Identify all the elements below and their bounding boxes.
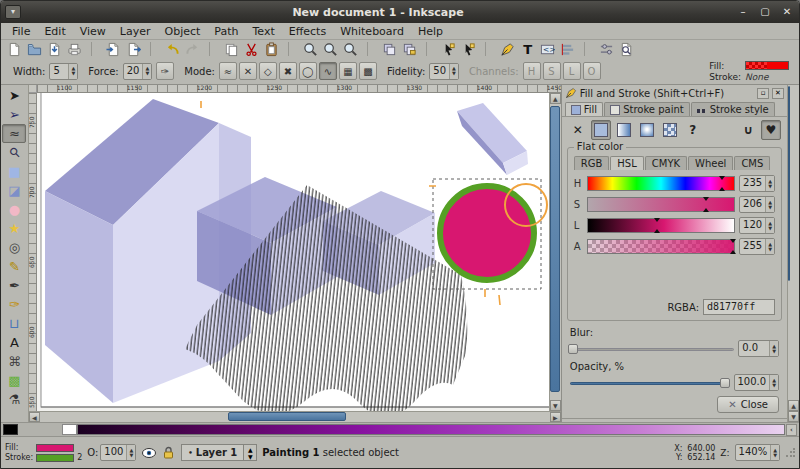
export-button[interactable]: [124, 40, 143, 58]
edit-clones-button[interactable]: [459, 40, 478, 58]
h-spinner[interactable]: 235▲▼: [739, 175, 775, 192]
horizontal-ruler[interactable]: 11001150120012501300135014001450: [37, 85, 561, 93]
palette-scroll-button[interactable]: ‹: [786, 424, 797, 436]
box3d-tool-button[interactable]: ◪: [2, 181, 26, 200]
panel-float-button[interactable]: ▫: [757, 88, 769, 99]
h-slider[interactable]: [587, 176, 735, 191]
scroll-down-button[interactable]: ▼: [550, 400, 561, 411]
ellipse-tool-button[interactable]: ●: [2, 200, 26, 219]
align-dialog-button[interactable]: [558, 40, 577, 58]
pencil-tool-button[interactable]: ✎: [2, 257, 26, 276]
opacity-spinner[interactable]: 100.0▲▼: [734, 374, 780, 391]
text-tool-button[interactable]: A: [2, 333, 26, 352]
menu-view[interactable]: View: [73, 25, 113, 38]
opacity-slider[interactable]: [570, 377, 730, 389]
gradient-tool-button[interactable]: ▩: [2, 371, 26, 390]
paste-button[interactable]: [262, 40, 281, 58]
no-paint-button[interactable]: ✕: [568, 120, 588, 140]
radial-gradient-button[interactable]: [637, 120, 657, 140]
s-slider[interactable]: [587, 197, 735, 212]
s-spinner[interactable]: 206▲▼: [739, 196, 775, 213]
layer-updown-button[interactable]: ▲▼: [244, 444, 257, 461]
paint-bucket-tool-button[interactable]: ⊔: [2, 314, 26, 333]
selected-blob-path[interactable]: [440, 186, 534, 280]
blur-mode-button[interactable]: ▦: [339, 62, 357, 80]
color-tab-wheel[interactable]: Wheel: [688, 156, 733, 170]
document-new-button[interactable]: [5, 40, 24, 58]
color-tab-cmyk[interactable]: CMYK: [645, 156, 687, 170]
tab-stroke-style[interactable]: Stroke style: [691, 102, 775, 116]
canvas[interactable]: [37, 93, 549, 411]
sb-fill-swatch[interactable]: [36, 444, 74, 452]
import-button[interactable]: [104, 40, 123, 58]
canvas-vertical-scrollbar[interactable]: ▲ ▼: [549, 93, 561, 411]
menu-help[interactable]: Help: [411, 25, 450, 38]
sb-opacity-spinner[interactable]: 100▲▼: [100, 444, 136, 461]
document-print-button[interactable]: [65, 40, 84, 58]
pen-tool-button[interactable]: ✒: [2, 276, 26, 295]
undo-button[interactable]: [163, 40, 182, 58]
window-menu-button[interactable]: ▾: [5, 5, 21, 19]
fill-rule-nonzero-button[interactable]: ♥: [761, 120, 781, 140]
l-spinner[interactable]: 120▲▼: [739, 217, 775, 234]
jitter-color-mode-button[interactable]: ∿: [319, 62, 337, 80]
roughen-mode-button[interactable]: ✖: [279, 62, 297, 80]
zoom-spinner[interactable]: 140%▲▼: [735, 444, 780, 461]
linear-gradient-button[interactable]: [614, 120, 634, 140]
cut-button[interactable]: [242, 40, 261, 58]
current-style-indicator[interactable]: Fill: Stroke: None: [709, 61, 793, 82]
fill-stroke-dialog-button[interactable]: [498, 40, 517, 58]
resize-grip[interactable]: [785, 448, 795, 458]
attract-repel-mode-button[interactable]: ◇: [259, 62, 277, 80]
vertical-ruler[interactable]: 750700650600550: [29, 93, 37, 411]
menu-edit[interactable]: Edit: [37, 25, 72, 38]
close-button[interactable]: ✕: [779, 4, 795, 20]
panel-close-button[interactable]: ✕: [772, 88, 784, 99]
palette-white-swatch[interactable]: [62, 424, 77, 435]
duplicate-button[interactable]: [380, 40, 399, 58]
tab-fill[interactable]: Fill: [565, 102, 603, 116]
use-pressure-toggle[interactable]: ✑: [156, 62, 174, 80]
l-slider[interactable]: [587, 218, 735, 233]
minimize-button[interactable]: –: [735, 4, 751, 20]
maximize-button[interactable]: ▢: [757, 4, 773, 20]
a-slider[interactable]: [587, 239, 735, 254]
layer-visibility-icon[interactable]: [141, 445, 156, 460]
tweak-tool-button[interactable]: ≈: [2, 124, 26, 143]
fill-color-swatch[interactable]: [745, 61, 789, 70]
create-clone-button[interactable]: [400, 40, 419, 58]
titlebar[interactable]: ▾ New document 1 - Inkscape – ▢ ✕: [1, 1, 799, 23]
spiral-tool-button[interactable]: ◎: [2, 238, 26, 257]
menu-file[interactable]: File: [5, 25, 37, 38]
panel-scroll-down-button[interactable]: ▼: [788, 411, 799, 422]
zoom-tool-button[interactable]: ⚲: [2, 143, 26, 162]
fidelity-spinner[interactable]: 50▲▼: [429, 63, 459, 80]
document-save-button[interactable]: [45, 40, 64, 58]
fill-stroke-indicator[interactable]: Fill: Stroke: 2: [5, 443, 82, 463]
color-tab-hsl[interactable]: HSL: [610, 156, 643, 170]
menu-whiteboard[interactable]: Whiteboard: [333, 25, 411, 38]
text-dialog-button[interactable]: [518, 40, 537, 58]
layer-lock-icon[interactable]: [161, 445, 176, 460]
vertical-scroll-thumb[interactable]: [550, 106, 560, 392]
color-tab-rgb[interactable]: RGB: [574, 156, 610, 170]
pattern-button[interactable]: [660, 120, 680, 140]
dropper-tool-button[interactable]: ⚗: [2, 390, 26, 409]
menu-layer[interactable]: Layer: [113, 25, 158, 38]
copy-button[interactable]: [222, 40, 241, 58]
flat-color-button[interactable]: [591, 120, 611, 140]
document-properties-button[interactable]: [617, 40, 636, 58]
orange-stroke-mark[interactable]: [499, 295, 500, 305]
select-original-button[interactable]: [439, 40, 458, 58]
zoom-selection-button[interactable]: [301, 40, 320, 58]
shrink-grow-mode-button[interactable]: ✕: [239, 62, 257, 80]
inkscape-preferences-button[interactable]: [597, 40, 616, 58]
panel-scroll-thumb[interactable]: [788, 86, 790, 281]
dialog-close-button[interactable]: ✕Close: [717, 396, 779, 413]
force-spinner[interactable]: 20▲▼: [123, 63, 153, 80]
push-mode-button[interactable]: ≈: [219, 62, 237, 80]
scroll-left-button[interactable]: ◀: [29, 412, 40, 422]
connector-tool-button[interactable]: ⌘: [2, 352, 26, 371]
layer-selector[interactable]: •Layer 1 ▲▼: [181, 444, 257, 461]
rect-tool-button[interactable]: ■: [2, 162, 26, 181]
